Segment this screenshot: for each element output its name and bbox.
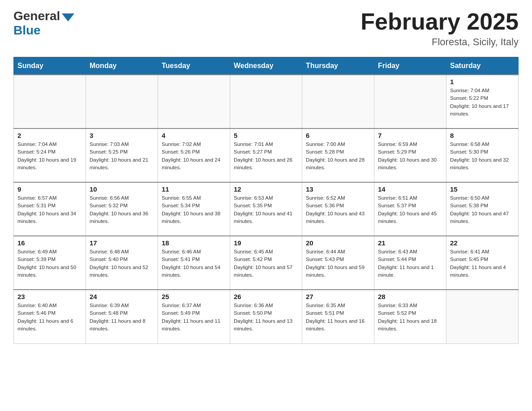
calendar-cell: 1Sunrise: 7:04 AM Sunset: 5:22 PM Daylig… xyxy=(446,75,519,128)
calendar-cell: 13Sunrise: 6:52 AM Sunset: 5:36 PM Dayli… xyxy=(302,182,374,236)
calendar-cell: 18Sunrise: 6:46 AM Sunset: 5:41 PM Dayli… xyxy=(158,236,230,290)
calendar-cell: 8Sunrise: 6:58 AM Sunset: 5:30 PM Daylig… xyxy=(446,128,519,182)
day-number: 27 xyxy=(306,293,370,300)
weekday-header: Monday xyxy=(86,57,158,75)
calendar-cell xyxy=(230,75,302,128)
calendar-cell: 2Sunrise: 7:04 AM Sunset: 5:24 PM Daylig… xyxy=(14,128,86,182)
day-number: 9 xyxy=(17,185,82,193)
day-info: Sunrise: 6:56 AM Sunset: 5:32 PM Dayligh… xyxy=(90,194,154,225)
location-subtitle: Floresta, Sicily, Italy xyxy=(360,36,519,48)
weekday-header: Thursday xyxy=(302,57,374,75)
calendar-cell: 17Sunrise: 6:48 AM Sunset: 5:40 PM Dayli… xyxy=(86,236,158,290)
day-info: Sunrise: 7:03 AM Sunset: 5:25 PM Dayligh… xyxy=(90,141,154,171)
day-number: 6 xyxy=(306,132,370,139)
day-info: Sunrise: 6:59 AM Sunset: 5:29 PM Dayligh… xyxy=(378,141,442,171)
calendar-week-row: 1Sunrise: 7:04 AM Sunset: 5:22 PM Daylig… xyxy=(14,75,519,128)
day-info: Sunrise: 6:43 AM Sunset: 5:44 PM Dayligh… xyxy=(378,248,442,279)
calendar-week-row: 9Sunrise: 6:57 AM Sunset: 5:31 PM Daylig… xyxy=(14,182,519,236)
day-info: Sunrise: 6:46 AM Sunset: 5:41 PM Dayligh… xyxy=(162,248,226,279)
day-number: 16 xyxy=(17,239,82,247)
calendar-week-row: 2Sunrise: 7:04 AM Sunset: 5:24 PM Daylig… xyxy=(14,128,519,182)
calendar-cell: 27Sunrise: 6:35 AM Sunset: 5:51 PM Dayli… xyxy=(302,290,374,343)
calendar-cell: 24Sunrise: 6:39 AM Sunset: 5:48 PM Dayli… xyxy=(86,290,158,343)
day-number: 4 xyxy=(162,132,226,139)
calendar-week-row: 23Sunrise: 6:40 AM Sunset: 5:46 PM Dayli… xyxy=(14,290,519,343)
day-number: 19 xyxy=(234,239,298,247)
day-number: 18 xyxy=(162,239,226,247)
calendar-cell: 14Sunrise: 6:51 AM Sunset: 5:37 PM Dayli… xyxy=(374,182,446,236)
day-number: 7 xyxy=(378,132,442,139)
weekday-header: Tuesday xyxy=(158,57,230,75)
calendar-cell: 21Sunrise: 6:43 AM Sunset: 5:44 PM Dayli… xyxy=(374,236,446,290)
day-info: Sunrise: 6:40 AM Sunset: 5:46 PM Dayligh… xyxy=(17,302,82,333)
day-info: Sunrise: 6:36 AM Sunset: 5:50 PM Dayligh… xyxy=(234,302,298,333)
calendar-cell: 23Sunrise: 6:40 AM Sunset: 5:46 PM Dayli… xyxy=(14,290,86,343)
day-info: Sunrise: 6:58 AM Sunset: 5:30 PM Dayligh… xyxy=(450,141,515,171)
day-number: 10 xyxy=(90,185,154,193)
day-info: Sunrise: 7:00 AM Sunset: 5:28 PM Dayligh… xyxy=(306,141,370,171)
day-info: Sunrise: 6:48 AM Sunset: 5:40 PM Dayligh… xyxy=(90,248,154,279)
day-number: 17 xyxy=(90,239,154,247)
day-number: 20 xyxy=(306,239,370,247)
day-info: Sunrise: 7:04 AM Sunset: 5:22 PM Dayligh… xyxy=(450,87,515,118)
logo: General Blue xyxy=(13,9,74,38)
day-info: Sunrise: 6:51 AM Sunset: 5:37 PM Dayligh… xyxy=(378,194,442,225)
day-info: Sunrise: 7:02 AM Sunset: 5:26 PM Dayligh… xyxy=(162,141,226,171)
day-number: 12 xyxy=(234,185,298,193)
calendar-cell: 10Sunrise: 6:56 AM Sunset: 5:32 PM Dayli… xyxy=(86,182,158,236)
day-number: 1 xyxy=(450,78,515,86)
day-info: Sunrise: 6:55 AM Sunset: 5:34 PM Dayligh… xyxy=(162,194,226,225)
logo-general-text: General xyxy=(13,9,60,23)
calendar-week-row: 16Sunrise: 6:49 AM Sunset: 5:39 PM Dayli… xyxy=(14,236,519,290)
day-info: Sunrise: 6:35 AM Sunset: 5:51 PM Dayligh… xyxy=(306,302,370,333)
calendar-cell: 15Sunrise: 6:50 AM Sunset: 5:38 PM Dayli… xyxy=(446,182,519,236)
page-header: General Blue February 2025 Floresta, Sic… xyxy=(13,9,519,48)
day-number: 28 xyxy=(378,293,442,300)
calendar-cell: 6Sunrise: 7:00 AM Sunset: 5:28 PM Daylig… xyxy=(302,128,374,182)
month-title: February 2025 xyxy=(360,9,519,34)
logo-blue-text: Blue xyxy=(13,23,74,38)
day-number: 21 xyxy=(378,239,442,247)
calendar-cell: 20Sunrise: 6:44 AM Sunset: 5:43 PM Dayli… xyxy=(302,236,374,290)
day-number: 11 xyxy=(162,185,226,193)
day-number: 22 xyxy=(450,239,515,247)
weekday-header: Wednesday xyxy=(230,57,302,75)
day-number: 23 xyxy=(17,293,82,300)
weekday-header: Saturday xyxy=(446,57,519,75)
day-info: Sunrise: 7:04 AM Sunset: 5:24 PM Dayligh… xyxy=(17,141,82,171)
calendar-cell: 22Sunrise: 6:41 AM Sunset: 5:45 PM Dayli… xyxy=(446,236,519,290)
day-number: 26 xyxy=(234,293,298,300)
calendar-cell: 16Sunrise: 6:49 AM Sunset: 5:39 PM Dayli… xyxy=(14,236,86,290)
calendar-cell: 7Sunrise: 6:59 AM Sunset: 5:29 PM Daylig… xyxy=(374,128,446,182)
day-number: 15 xyxy=(450,185,515,193)
day-info: Sunrise: 6:57 AM Sunset: 5:31 PM Dayligh… xyxy=(17,194,82,225)
title-block: February 2025 Floresta, Sicily, Italy xyxy=(360,9,519,48)
calendar-cell xyxy=(14,75,86,128)
day-number: 25 xyxy=(162,293,226,300)
day-info: Sunrise: 6:45 AM Sunset: 5:42 PM Dayligh… xyxy=(234,248,298,279)
day-info: Sunrise: 6:50 AM Sunset: 5:38 PM Dayligh… xyxy=(450,194,515,225)
day-number: 8 xyxy=(450,132,515,139)
calendar-cell: 3Sunrise: 7:03 AM Sunset: 5:25 PM Daylig… xyxy=(86,128,158,182)
day-number: 24 xyxy=(90,293,154,300)
day-info: Sunrise: 6:37 AM Sunset: 5:49 PM Dayligh… xyxy=(162,302,226,333)
calendar-cell: 5Sunrise: 7:01 AM Sunset: 5:27 PM Daylig… xyxy=(230,128,302,182)
day-info: Sunrise: 6:41 AM Sunset: 5:45 PM Dayligh… xyxy=(450,248,515,279)
calendar-cell xyxy=(158,75,230,128)
calendar-cell: 12Sunrise: 6:53 AM Sunset: 5:35 PM Dayli… xyxy=(230,182,302,236)
calendar-cell: 25Sunrise: 6:37 AM Sunset: 5:49 PM Dayli… xyxy=(158,290,230,343)
calendar-cell xyxy=(302,75,374,128)
calendar-table: SundayMondayTuesdayWednesdayThursdayFrid… xyxy=(13,57,519,344)
calendar-cell: 9Sunrise: 6:57 AM Sunset: 5:31 PM Daylig… xyxy=(14,182,86,236)
day-number: 13 xyxy=(306,185,370,193)
calendar-cell: 26Sunrise: 6:36 AM Sunset: 5:50 PM Dayli… xyxy=(230,290,302,343)
calendar-header-row: SundayMondayTuesdayWednesdayThursdayFrid… xyxy=(14,57,519,75)
calendar-cell xyxy=(374,75,446,128)
day-number: 3 xyxy=(90,132,154,139)
day-info: Sunrise: 6:53 AM Sunset: 5:35 PM Dayligh… xyxy=(234,194,298,225)
day-info: Sunrise: 6:39 AM Sunset: 5:48 PM Dayligh… xyxy=(90,302,154,333)
day-info: Sunrise: 7:01 AM Sunset: 5:27 PM Dayligh… xyxy=(234,141,298,171)
calendar-cell xyxy=(446,290,519,343)
calendar-cell: 4Sunrise: 7:02 AM Sunset: 5:26 PM Daylig… xyxy=(158,128,230,182)
day-number: 5 xyxy=(234,132,298,139)
